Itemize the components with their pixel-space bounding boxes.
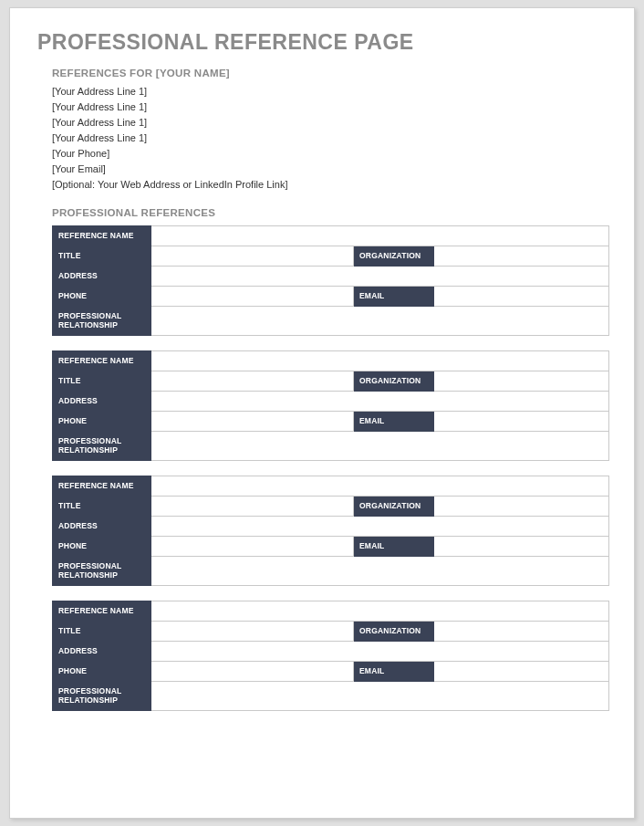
input-professional-relationship[interactable] xyxy=(151,557,609,586)
input-title[interactable] xyxy=(151,622,354,642)
label-professional-relationship: PROFESSIONAL RELATIONSHIP xyxy=(53,307,151,336)
reference-block: REFERENCE NAME TITLE ORGANIZATION ADDRES… xyxy=(52,476,609,586)
address-line: [Optional: Your Web Address or LinkedIn … xyxy=(52,177,607,193)
label-professional-relationship: PROFESSIONAL RELATIONSHIP xyxy=(53,432,151,461)
label-email: EMAIL xyxy=(354,287,434,307)
page-title: PROFESSIONAL REFERENCE PAGE xyxy=(37,30,607,55)
label-address: ADDRESS xyxy=(53,267,151,287)
label-organization: ORGANIZATION xyxy=(354,246,434,267)
professional-references-heading: PROFESSIONAL REFERENCES xyxy=(52,207,607,218)
reference-block: REFERENCE NAME TITLE ORGANIZATION ADDRES… xyxy=(52,225,609,336)
input-address[interactable] xyxy=(151,642,609,662)
input-title[interactable] xyxy=(151,246,354,267)
address-block: [Your Address Line 1] [Your Address Line… xyxy=(52,84,607,193)
address-line: [Your Address Line 1] xyxy=(52,115,607,131)
label-reference-name: REFERENCE NAME xyxy=(53,476,151,497)
input-phone[interactable] xyxy=(151,537,354,557)
input-email[interactable] xyxy=(434,662,609,682)
input-email[interactable] xyxy=(434,412,609,432)
label-phone: PHONE xyxy=(53,412,151,432)
label-title: TITLE xyxy=(53,371,151,392)
input-reference-name[interactable] xyxy=(151,351,609,371)
input-address[interactable] xyxy=(151,392,609,412)
input-email[interactable] xyxy=(434,287,609,307)
address-line: [Your Address Line 1] xyxy=(52,99,607,115)
address-line: [Your Phone] xyxy=(52,146,607,162)
input-address[interactable] xyxy=(151,267,609,287)
input-email[interactable] xyxy=(434,537,609,557)
input-organization[interactable] xyxy=(434,622,609,642)
label-title: TITLE xyxy=(53,497,151,517)
label-title: TITLE xyxy=(53,622,151,642)
label-reference-name: REFERENCE NAME xyxy=(53,601,151,622)
label-professional-relationship: PROFESSIONAL RELATIONSHIP xyxy=(53,682,151,711)
input-phone[interactable] xyxy=(151,412,354,432)
address-line: [Your Address Line 1] xyxy=(52,131,607,146)
label-address: ADDRESS xyxy=(53,517,151,537)
label-address: ADDRESS xyxy=(53,642,151,662)
input-professional-relationship[interactable] xyxy=(151,432,609,461)
input-title[interactable] xyxy=(151,497,354,517)
input-address[interactable] xyxy=(151,517,609,537)
label-organization: ORGANIZATION xyxy=(354,622,434,642)
input-organization[interactable] xyxy=(434,371,609,392)
label-email: EMAIL xyxy=(354,412,434,432)
address-line: [Your Email] xyxy=(52,162,607,177)
references-for-heading: REFERENCES FOR [YOUR NAME] xyxy=(52,68,607,78)
label-reference-name: REFERENCE NAME xyxy=(53,226,151,246)
label-professional-relationship: PROFESSIONAL RELATIONSHIP xyxy=(53,557,151,586)
reference-block: REFERENCE NAME TITLE ORGANIZATION ADDRES… xyxy=(52,350,609,461)
document-page: PROFESSIONAL REFERENCE PAGE REFERENCES F… xyxy=(9,7,635,819)
label-phone: PHONE xyxy=(53,662,151,682)
input-phone[interactable] xyxy=(151,287,354,307)
input-professional-relationship[interactable] xyxy=(151,307,609,336)
address-line: [Your Address Line 1] xyxy=(52,84,607,99)
label-email: EMAIL xyxy=(354,662,434,682)
label-title: TITLE xyxy=(53,246,151,267)
label-organization: ORGANIZATION xyxy=(354,497,434,517)
label-phone: PHONE xyxy=(53,537,151,557)
reference-block: REFERENCE NAME TITLE ORGANIZATION ADDRES… xyxy=(52,601,609,711)
input-reference-name[interactable] xyxy=(151,476,609,497)
input-professional-relationship[interactable] xyxy=(151,682,609,711)
input-reference-name[interactable] xyxy=(151,601,609,622)
label-organization: ORGANIZATION xyxy=(354,371,434,392)
label-email: EMAIL xyxy=(354,537,434,557)
input-title[interactable] xyxy=(151,371,354,392)
label-reference-name: REFERENCE NAME xyxy=(53,351,151,371)
input-reference-name[interactable] xyxy=(151,226,609,246)
input-organization[interactable] xyxy=(434,246,609,267)
input-organization[interactable] xyxy=(434,497,609,517)
input-phone[interactable] xyxy=(151,662,354,682)
label-phone: PHONE xyxy=(53,287,151,307)
label-address: ADDRESS xyxy=(53,392,151,412)
